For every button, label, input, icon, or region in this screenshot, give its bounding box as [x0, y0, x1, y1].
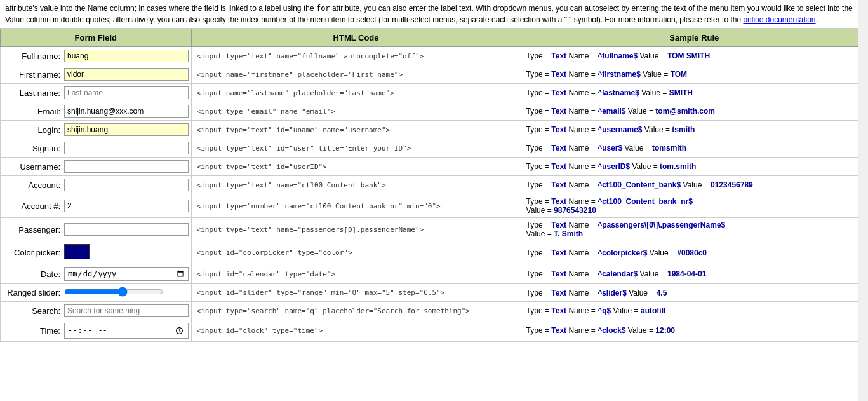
field-input-cell	[64, 244, 191, 261]
html-code-cell: <input type="text" name="ct100_Content_b…	[191, 176, 521, 194]
text-input[interactable]	[64, 179, 189, 191]
sample-rule-cell: Type = Text Name = ^firstname$ Value = T…	[521, 65, 867, 84]
scrollbar[interactable]	[858, 0, 868, 342]
form-field-combined-cell: Search:	[1, 302, 192, 320]
html-code-cell: <input id="slider" type="range" min="0" …	[191, 284, 521, 302]
text-input[interactable]	[64, 50, 189, 62]
html-code-cell: <input type="email" name="email">	[191, 102, 521, 121]
form-field-combined-cell: Time:	[1, 320, 192, 342]
email-input[interactable]	[64, 105, 189, 118]
table-row: Account:<input type="text" name="ct100_C…	[1, 176, 868, 194]
range-input[interactable]	[64, 287, 163, 297]
row-label: Account:	[1, 180, 64, 190]
row-label: Username:	[1, 162, 64, 172]
text-input[interactable]	[64, 223, 189, 236]
table-row: Time:<input id="clock" type="time">Type …	[1, 320, 868, 342]
form-field-combined-cell: First name:	[1, 65, 192, 84]
field-input-cell	[64, 179, 191, 191]
online-docs-link[interactable]: online documentation	[743, 15, 815, 24]
form-field-combined-cell: Account #:	[1, 194, 192, 218]
text-input[interactable]	[64, 86, 189, 99]
table-row: Email:<input type="email" name="email">T…	[1, 102, 868, 121]
text-input[interactable]	[64, 68, 189, 81]
sample-rule-cell: Type = Text Name = ^colorpicker$ Value =…	[521, 241, 867, 264]
table-row: Last name:<input name="lastname" placeho…	[1, 84, 868, 102]
form-field-combined-cell: Sign-in:	[1, 139, 192, 158]
field-input-cell	[64, 68, 191, 81]
col-header-html-code: HTML Code	[191, 29, 521, 47]
text-input[interactable]	[64, 123, 189, 136]
html-code-cell: <input type="text" name="passengers[0].p…	[191, 218, 521, 241]
field-input-cell	[64, 86, 191, 99]
form-field-combined-cell: Account:	[1, 176, 192, 194]
row-label: Passenger:	[1, 225, 64, 234]
field-input-cell	[64, 223, 191, 236]
sample-rule-cell: Type = Text Name = ^clock$ Value = 12:00	[521, 320, 867, 342]
field-input-cell	[64, 142, 191, 154]
html-code-cell: <input id="clock" type="time">	[191, 320, 521, 342]
field-input-cell	[64, 200, 191, 212]
table-row: Ranged slider:<input id="slider" type="r…	[1, 284, 868, 302]
field-input-cell	[64, 123, 191, 136]
sample-rule-cell: Type = Text Name = ^userID$ Value = tom.…	[521, 158, 867, 176]
row-label: Account #:	[1, 201, 64, 211]
col-header-sample-rule: Sample Rule	[521, 29, 867, 47]
form-field-combined-cell: Username:	[1, 158, 192, 176]
form-field-combined-cell: Email:	[1, 102, 192, 121]
sample-rule-cell: Type = Text Name = ^lastname$ Value = SM…	[521, 84, 867, 102]
row-label: Search:	[1, 306, 64, 316]
sample-rule-cell: Type = Text Name = ^slider$ Value = 4.5	[521, 284, 867, 302]
search-input[interactable]	[64, 304, 189, 317]
html-code-cell: <input type="search" name="q" placeholde…	[191, 302, 521, 320]
html-code-cell: <input id="colorpicker" type="color">	[191, 241, 521, 264]
time-input[interactable]	[64, 323, 189, 339]
date-input[interactable]	[64, 267, 189, 281]
sample-rule-cell: Type = Text Name = ^passengers\[0\]\.pas…	[521, 218, 867, 241]
html-code-cell: <input type="text" id="uname" name="user…	[191, 121, 521, 139]
number-input[interactable]	[64, 200, 189, 212]
table-row: Login:<input type="text" id="uname" name…	[1, 121, 868, 139]
text-input[interactable]	[64, 160, 189, 173]
row-label: Email:	[1, 107, 64, 116]
sample-rule-cell: Type = Text Name = ^calendar$ Value = 19…	[521, 264, 867, 284]
table-row: Account #:<input type="number" name="ct1…	[1, 194, 868, 218]
table-row: First name:<input name="firstname" place…	[1, 65, 868, 84]
html-code-cell: <input id="calendar" type="date">	[191, 264, 521, 284]
form-field-combined-cell: Last name:	[1, 84, 192, 102]
form-field-combined-cell: Full name:	[1, 47, 192, 65]
form-field-combined-cell: Ranged slider:	[1, 284, 192, 302]
col-header-form-field: Form Field	[1, 29, 192, 47]
sample-rule-cell: Type = Text Name = ^q$ Value = autofill	[521, 302, 867, 320]
form-field-combined-cell: Date:	[1, 264, 192, 284]
form-fields-table: Form Field HTML Code Sample Rule Full na…	[0, 29, 868, 342]
row-label: Ranged slider:	[1, 288, 64, 297]
form-field-combined-cell: Login:	[1, 121, 192, 139]
table-row: Full name:<input type="text" name="fulln…	[1, 47, 868, 65]
field-input-cell	[64, 50, 191, 62]
row-label: Last name:	[1, 88, 64, 98]
sample-rule-cell: Type = Text Name = ^ct100_Content_bank_n…	[521, 194, 867, 218]
table-row: Color picker:<input id="colorpicker" typ…	[1, 241, 868, 264]
sample-rule-cell: Type = Text Name = ^user$ Value = tomsmi…	[521, 139, 867, 158]
sample-rule-cell: Type = Text Name = ^username$ Value = ts…	[521, 121, 867, 139]
sample-rule-cell: Type = Text Name = ^fullname$ Value = TO…	[521, 47, 867, 65]
text-input[interactable]	[64, 142, 189, 154]
row-label: Login:	[1, 125, 64, 135]
html-code-cell: <input type="text" id="userID">	[191, 158, 521, 176]
sample-rule-cell: Type = Text Name = ^ct100_Content_bank$ …	[521, 176, 867, 194]
color-swatch	[64, 244, 90, 259]
html-code-cell: <input type="number" name="ct100_Content…	[191, 194, 521, 218]
row-label: Full name:	[1, 51, 64, 61]
field-input-cell	[64, 267, 191, 281]
table-row: Sign-in:<input type="text" id="user" tit…	[1, 139, 868, 158]
form-field-combined-cell: Color picker:	[1, 241, 192, 264]
field-input-cell	[64, 160, 191, 173]
field-input-cell	[64, 304, 191, 317]
row-label: Sign-in:	[1, 144, 64, 153]
html-code-cell: <input name="firstname" placeholder="Fir…	[191, 65, 521, 84]
html-code-cell: <input type="text" name="fullname" autoc…	[191, 47, 521, 65]
table-row: Passenger:<input type="text" name="passe…	[1, 218, 868, 241]
row-label: First name:	[1, 70, 64, 79]
html-code-cell: <input type="text" id="user" title="Ente…	[191, 139, 521, 158]
row-label: Color picker:	[1, 248, 64, 257]
